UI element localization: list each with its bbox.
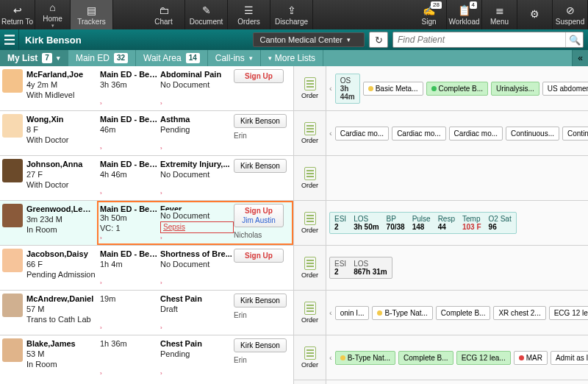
vitals-panel[interactable]: ESI2 LOS3h 50m BP70/38 Pulse148 Resp44 T… [329,212,517,234]
result-pill[interactable]: Complete B... [426,82,489,96]
tick-icon: › [160,233,234,243]
tab-my-list[interactable]: My List7▾ [0,50,68,66]
sign-button[interactable]: 28✍Sign [412,0,447,29]
assign-button[interactable]: Kirk Benson [234,159,287,173]
order-icon [304,257,316,270]
result-pill[interactable]: ECG 12 lea... [456,351,511,365]
order-button[interactable]: Order [294,201,326,246]
secondary-assignee: Erin [234,355,247,366]
assign-button[interactable]: Kirk Benson [234,338,287,352]
location-select[interactable]: Canton Medical Center [253,32,365,47]
tick-icon: › [100,188,160,199]
result-pill[interactable]: Cardiac mo... [335,127,389,141]
patient-row[interactable]: McFarland,Joe 4y 2m M With Midlevel Main… [0,66,293,111]
patient-info: Wong,Xin 8 F With Doctor [25,111,97,155]
result-pill[interactable]: onin I... [335,306,370,320]
home-button[interactable]: ⌂Home▾ [35,0,71,29]
tick-icon: › [100,233,160,243]
orders-button[interactable]: ☰Orders [228,0,270,29]
result-pill[interactable]: Admit as I... [551,351,588,365]
patient-row[interactable]: McAndrew,Daniel 57 M Trans to Cath Lab 1… [0,291,293,335]
settings-button[interactable]: ⚙ [517,0,553,29]
scroll-left-button[interactable]: ‹ [329,353,332,362]
scroll-left-button[interactable]: ‹ [329,129,332,138]
chief-complaint: Fever [160,204,234,210]
patient-row[interactable]: Johnson,Anna 27 F With Doctor Main ED - … [0,156,293,201]
result-pill[interactable]: B-Type Nat... [372,306,432,320]
patient-info: McAndrew,Daniel 57 M Trans to Cath Lab [25,291,97,335]
patient-demo: 3m 23d M [26,214,96,224]
result-pill[interactable]: Continuous... [562,127,588,141]
result-pill[interactable]: XR chest 2... [493,306,545,320]
result-pill[interactable]: Basic Meta... [363,82,423,96]
result-pill[interactable]: Complete B... [398,351,453,365]
patient-row[interactable]: Jacobson,Daisy 66 F Pending Admission Ma… [0,246,293,291]
result-pill[interactable]: ECG 12 lea... [549,306,588,320]
refresh-icon: ↻ [375,35,383,46]
current-user: Kirk Benson [19,35,87,46]
order-button[interactable]: Order [294,291,326,335]
patient-row[interactable]: Wong,Xin 8 F With Doctor Main ED - Bed .… [0,111,293,156]
order-button[interactable]: Order [294,246,326,291]
suspend-button[interactable]: ⊘Suspend [553,0,588,29]
tick-icon: › [100,278,160,288]
avatar [0,246,25,290]
assign-button[interactable]: Kirk Benson [234,114,287,128]
trackers-button[interactable]: ▤Trackers [71,0,113,29]
chevron-down-icon: ▾ [57,54,60,62]
order-button[interactable]: Order [294,66,326,111]
patient-row[interactable]: Blake,James 53 M In Room 1h 36m › Chest … [0,335,293,380]
refresh-button[interactable]: ↻ [369,32,388,48]
order-icon [304,302,316,315]
patient-name: McFarland,Joe [26,69,96,79]
assign-button[interactable]: Kirk Benson [234,294,287,307]
status-dot-icon [431,86,437,91]
status-dot-icon [519,355,524,360]
assign-button[interactable]: Sign Up [234,69,284,83]
menu-icon: ≣ [494,4,506,16]
sign-badge: 28 [431,1,442,9]
order-button[interactable]: Order [294,335,326,380]
find-patient-submit[interactable]: 🔍 [565,32,583,47]
gear-icon: ⚙ [529,8,541,20]
result-pill[interactable]: B-Type Nat... [335,351,395,365]
order-button[interactable]: Order [294,111,326,156]
chart-button[interactable]: 🗀Chart [143,0,185,29]
result-pill[interactable]: Urinalysis... [491,82,539,96]
vc-count: VC: 1 [100,223,160,233]
los-panel[interactable]: ESI2 LOS867h 31m [329,257,392,279]
doc-status: Pending [160,124,234,135]
result-pill[interactable]: Continuous... [506,127,559,141]
result-pill[interactable]: Cardiac mo... [392,127,445,141]
scroll-left-button[interactable]: ‹ [329,308,332,317]
document-button[interactable]: ✎Document [185,0,228,29]
result-pill[interactable]: US abdomen [542,82,588,96]
tracker-tabs: My List7▾ Main ED32 Wait Area14 Call-ins… [0,50,588,66]
result-pill[interactable]: Complete B... [436,306,491,320]
result-pill[interactable]: MAR [514,351,548,365]
collapse-panel-button[interactable]: « [572,50,588,66]
patient-list: McFarland,Joe 4y 2m M With Midlevel Main… [0,66,294,384]
scroll-left-button[interactable]: ‹ [329,84,332,93]
back-arrow-icon: ↩ [12,4,24,16]
tick-icon: › [160,188,234,199]
hamburger-button[interactable] [0,29,19,50]
location-label: Main ED - Bed ... [100,204,160,213]
find-patient-input[interactable] [393,35,565,45]
chief-complaint: Asthma [160,114,234,124]
workload-button[interactable]: 4📋Workload [447,0,482,29]
alert-flag[interactable]: Sepsis [160,221,234,233]
discharge-button[interactable]: ⇪Discharge [270,0,313,29]
assign-button[interactable]: Sign UpJim Austin [234,204,284,227]
tab-main-ed[interactable]: Main ED32 [68,50,136,66]
order-button[interactable]: Order [294,156,326,201]
menu-button[interactable]: ≣Menu [482,0,517,29]
status-dot-icon [377,310,382,316]
assign-button[interactable]: Sign Up [234,249,284,263]
tab-wait-area[interactable]: Wait Area14 [136,50,208,66]
tab-more-lists[interactable]: ▾More Lists [261,50,323,66]
result-pill[interactable]: Cardiac mo... [449,127,503,141]
patient-row[interactable]: Greenwood,Lewis 3m 23d M In Room Main ED… [0,201,293,246]
tab-call-ins[interactable]: Call-ins▾ [208,50,261,66]
return-to-button[interactable]: ↩Return To [0,0,35,29]
